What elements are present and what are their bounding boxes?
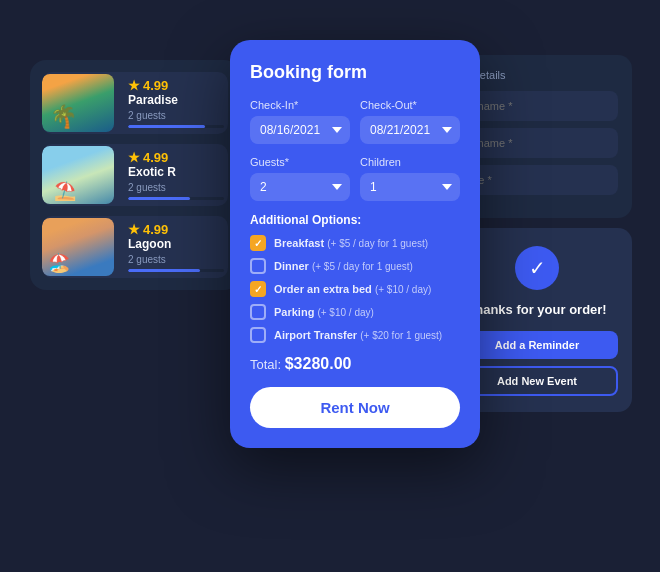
rent-now-button[interactable]: Rent Now <box>250 387 460 428</box>
thankyou-message: Thanks for your order! <box>456 302 618 317</box>
checkout-select[interactable]: 08/21/2021 <box>360 116 460 144</box>
option-breakfast[interactable]: Breakfast (+ $5 / day for 1 guest) <box>250 235 460 251</box>
option-parking[interactable]: Parking (+ $10 / day) <box>250 304 460 320</box>
airport-label: Airport Transfer (+ $20 for 1 guest) <box>274 329 442 341</box>
progress-bar <box>128 125 224 128</box>
option-extra-bed[interactable]: Order an extra bed (+ $10 / day) <box>250 281 460 297</box>
property-name: Paradise <box>128 93 224 107</box>
property-details: ★ 4.99 Exotic R 2 guests <box>124 144 228 206</box>
date-row: Check-In* 08/16/2021 Check-Out* 08/21/20… <box>250 99 460 144</box>
breakfast-checkbox[interactable] <box>250 235 266 251</box>
property-image <box>42 74 114 132</box>
first-name-input[interactable] <box>456 91 618 121</box>
property-details: ★ 4.99 Lagoon 2 guests <box>124 216 228 278</box>
list-item[interactable]: ★ 4.99 Lagoon 2 guests <box>42 216 228 278</box>
airport-checkbox[interactable] <box>250 327 266 343</box>
guests-select[interactable]: 2 <box>250 173 350 201</box>
progress-bar <box>128 197 224 200</box>
progress-fill <box>128 197 190 200</box>
checkout-label: Check-Out* <box>360 99 460 111</box>
checkin-label: Check-In* <box>250 99 350 111</box>
list-item[interactable]: ★ 4.99 Exotic R 2 guests <box>42 144 228 206</box>
property-guests: 2 guests <box>128 182 224 193</box>
guests-group: Guests* 2 <box>250 156 350 201</box>
phone-input[interactable] <box>456 165 618 195</box>
total-row: Total: $3280.00 <box>250 355 460 373</box>
property-details: ★ 4.99 Paradise 2 guests <box>124 72 228 134</box>
total-label: Total: <box>250 357 281 372</box>
property-name: Lagoon <box>128 237 224 251</box>
checkout-group: Check-Out* 08/21/2021 <box>360 99 460 144</box>
details-title: ing details <box>456 69 618 81</box>
property-guests: 2 guests <box>128 110 224 121</box>
total-value: $3280.00 <box>285 355 352 372</box>
checkin-select[interactable]: 08/16/2021 <box>250 116 350 144</box>
breakfast-label: Breakfast (+ $5 / day for 1 guest) <box>274 237 428 249</box>
dinner-checkbox[interactable] <box>250 258 266 274</box>
add-reminder-button[interactable]: Add a Reminder <box>456 331 618 359</box>
checkin-group: Check-In* 08/16/2021 <box>250 99 350 144</box>
add-new-event-button[interactable]: Add New Event <box>456 366 618 396</box>
progress-fill <box>128 125 205 128</box>
additional-options-title: Additional Options: <box>250 213 460 227</box>
property-list: ★ 4.99 Paradise 2 guests ★ 4.99 Exotic R… <box>30 60 240 290</box>
dinner-label: Dinner (+ $5 / day for 1 guest) <box>274 260 413 272</box>
property-name: Exotic R <box>128 165 224 179</box>
extrabed-label: Order an extra bed (+ $10 / day) <box>274 283 431 295</box>
property-image <box>42 146 114 204</box>
list-item[interactable]: ★ 4.99 Paradise 2 guests <box>42 72 228 134</box>
children-select[interactable]: 1 <box>360 173 460 201</box>
property-rating: ★ 4.99 <box>128 150 224 165</box>
extrabed-checkbox[interactable] <box>250 281 266 297</box>
last-name-input[interactable] <box>456 128 618 158</box>
checkmark-icon: ✓ <box>529 256 546 280</box>
star-icon: ★ <box>128 150 140 165</box>
property-guests: 2 guests <box>128 254 224 265</box>
parking-label: Parking (+ $10 / day) <box>274 306 374 318</box>
property-rating: ★ 4.99 <box>128 78 224 93</box>
booking-form: Booking form Check-In* 08/16/2021 Check-… <box>230 40 480 448</box>
property-image <box>42 218 114 276</box>
form-title: Booking form <box>250 62 460 83</box>
children-group: Children 1 <box>360 156 460 201</box>
progress-fill <box>128 269 200 272</box>
option-dinner[interactable]: Dinner (+ $5 / day for 1 guest) <box>250 258 460 274</box>
star-icon: ★ <box>128 222 140 237</box>
option-airport-transfer[interactable]: Airport Transfer (+ $20 for 1 guest) <box>250 327 460 343</box>
progress-bar <box>128 269 224 272</box>
children-label: Children <box>360 156 460 168</box>
check-circle-icon: ✓ <box>515 246 559 290</box>
guests-label: Guests* <box>250 156 350 168</box>
parking-checkbox[interactable] <box>250 304 266 320</box>
guests-row: Guests* 2 Children 1 <box>250 156 460 201</box>
property-rating: ★ 4.99 <box>128 222 224 237</box>
star-icon: ★ <box>128 78 140 93</box>
